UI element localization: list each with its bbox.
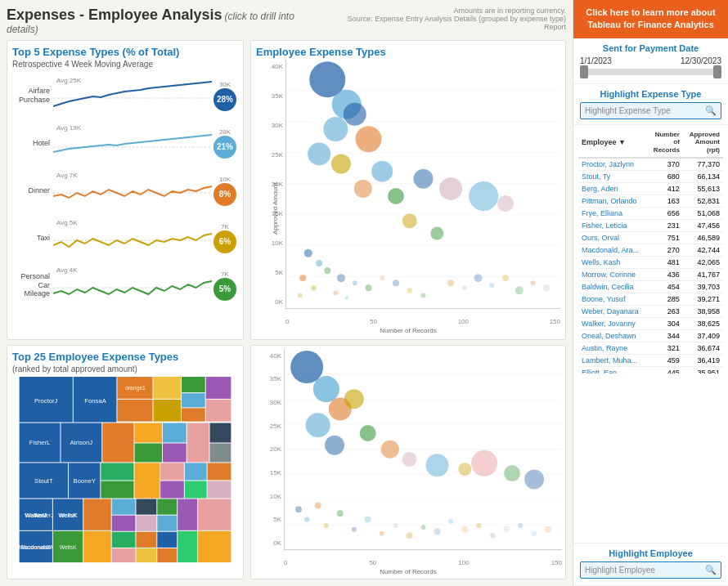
employee-name: Baldwin, Cecilia: [578, 280, 648, 293]
employee-name: Boone, Yusuf: [578, 293, 648, 305]
approved-amount: 38,958: [683, 305, 723, 317]
date-slider[interactable]: [580, 69, 721, 75]
svg-point-139: [504, 465, 520, 481]
table-row[interactable]: Boone, Yusuf 285 39,271: [578, 293, 723, 305]
svg-point-37: [366, 284, 372, 291]
table-row[interactable]: Proctor, Jazlynn 370 77,370: [578, 158, 723, 171]
approved-amount: 77,370: [683, 158, 723, 171]
svg-point-41: [407, 288, 412, 293]
svg-point-25: [497, 195, 514, 212]
approved-amount: 42,065: [683, 256, 723, 268]
svg-point-30: [299, 275, 306, 281]
line-series-car[interactable]: Personal Car Mileage Avg 4K 7K 5%: [12, 262, 238, 309]
svg-rect-85: [160, 481, 184, 498]
highlight-expense-title: Highlight Expense Type: [580, 89, 721, 99]
table-row[interactable]: Frye, Elliana 656 51,068: [578, 207, 723, 219]
table-row[interactable]: Stout, Ty 680 66,134: [578, 170, 723, 182]
highlight-employee-input[interactable]: Highlight Employee 🔍: [580, 561, 721, 579]
record-count: 481: [648, 256, 683, 268]
table-row[interactable]: Weber, Dayanara 263 38,958: [578, 305, 723, 317]
svg-point-24: [469, 181, 498, 211]
col-records: NumberofRecords: [648, 128, 683, 158]
svg-rect-101: [112, 531, 136, 547]
approved-amount: 46,589: [683, 231, 723, 244]
svg-point-147: [365, 516, 371, 522]
record-count: 370: [648, 158, 683, 171]
svg-rect-109: [157, 531, 177, 547]
svg-rect-113: [198, 499, 231, 530]
svg-point-28: [304, 249, 312, 257]
record-count: 454: [648, 280, 683, 293]
highlight-expense-input[interactable]: Highlight Expense Type 🔍: [580, 102, 721, 119]
svg-rect-73: [163, 443, 186, 462]
date-end: 12/30/2023: [681, 56, 721, 65]
approved-amount: 37,409: [683, 329, 723, 342]
table-row[interactable]: Baldwin, Cecilia 454 39,703: [578, 280, 723, 293]
svg-rect-103: [136, 499, 156, 514]
table-row[interactable]: Ours, Orval 751 46,589: [578, 231, 723, 244]
svg-point-48: [515, 286, 524, 294]
slider-handle-right[interactable]: [713, 65, 721, 78]
table-row[interactable]: Walker, Jovanny 304 38,625: [578, 317, 723, 329]
record-count: 321: [648, 342, 683, 354]
record-count: 459: [648, 354, 683, 366]
svg-rect-61: [182, 393, 205, 407]
date-start: 1/1/2023: [580, 56, 612, 65]
line-series-dinner[interactable]: Dinner Avg 7K 10K 8%: [12, 167, 238, 214]
table-row[interactable]: Macdonald, Ara... 270 42,744: [578, 244, 723, 256]
svg-rect-99: [112, 499, 136, 514]
employee-name: Berg, Aden: [578, 182, 648, 195]
highlight-employee-title: Highlight Employee: [580, 548, 721, 558]
svg-rect-110: [157, 548, 177, 562]
table-row[interactable]: Wells, Kash 481 42,065: [578, 256, 723, 268]
record-count: 344: [648, 329, 683, 342]
svg-point-151: [421, 525, 426, 530]
table-row[interactable]: Austin, Rayne 321 36,674: [578, 342, 723, 354]
svg-point-36: [298, 293, 303, 297]
table-row[interactable]: Pittman, Orlando 163 52,831: [578, 195, 723, 207]
svg-point-39: [393, 280, 399, 286]
table-row[interactable]: Morrow, Corinne 436 41,767: [578, 268, 723, 280]
svg-point-131: [306, 413, 330, 437]
line-series-taxi[interactable]: Taxi Avg 5K 7K 6%: [12, 214, 238, 262]
filter-icon[interactable]: ▼: [618, 138, 626, 146]
svg-point-42: [421, 293, 426, 297]
svg-rect-83: [135, 463, 160, 498]
table-row[interactable]: Fisher, Leticia 231 47,456: [578, 219, 723, 231]
svg-text:ProctorJ: ProctorJ: [34, 396, 58, 404]
svg-point-32: [324, 267, 330, 274]
svg-rect-64: [206, 399, 231, 421]
svg-rect-86: [185, 463, 207, 480]
treemap-area[interactable]: ProctorJ FonsaA orange1: [12, 377, 238, 565]
line-series-hotel[interactable]: Hotel Avg 19K 28K 21%: [12, 119, 238, 167]
svg-rect-62: [182, 408, 205, 421]
record-count: 163: [648, 195, 683, 207]
line-series-airfare[interactable]: AirfarePurchase Avg 25K 30K 28%: [12, 72, 238, 119]
scatter-y-label: Approved Amount: [272, 183, 279, 235]
table-row[interactable]: Elliott, Ean 445 35,951: [578, 366, 723, 374]
svg-point-127: [290, 351, 323, 383]
slider-handle-left[interactable]: [580, 65, 588, 78]
svg-rect-58: [154, 377, 182, 399]
scatter-title: Employee Expense Types: [256, 46, 560, 58]
svg-rect-112: [178, 530, 197, 561]
svg-text:MacdonaldA: MacdonaldA: [20, 544, 52, 549]
table-row[interactable]: Oneal, Deshawn 344 37,409: [578, 329, 723, 342]
svg-rect-59: [154, 399, 182, 421]
cta-button[interactable]: Click here to learn more about Tableau f…: [573, 0, 728, 38]
employee-name: Lambert, Muha...: [578, 354, 648, 366]
svg-point-144: [324, 523, 329, 528]
svg-point-44: [462, 285, 467, 290]
svg-point-45: [474, 274, 483, 282]
record-count: 231: [648, 219, 683, 231]
svg-rect-87: [185, 481, 207, 498]
svg-point-46: [489, 283, 494, 288]
table-row[interactable]: Berg, Aden 412 55,613: [578, 182, 723, 195]
approved-amount: 51,068: [683, 207, 723, 219]
svg-point-158: [518, 523, 523, 528]
svg-rect-69: [102, 423, 133, 462]
approved-amount: 38,625: [683, 317, 723, 329]
employee-name: Wells, Kash: [578, 256, 648, 268]
svg-rect-100: [112, 515, 136, 530]
table-row[interactable]: Lambert, Muha... 459 36,419: [578, 354, 723, 366]
